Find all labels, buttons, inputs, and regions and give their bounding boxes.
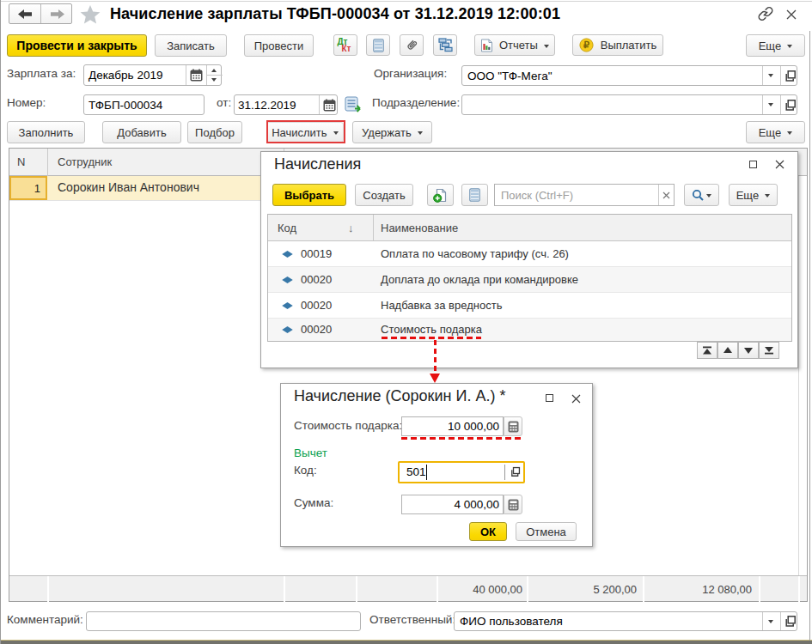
svg-text:₽: ₽ bbox=[583, 39, 589, 50]
